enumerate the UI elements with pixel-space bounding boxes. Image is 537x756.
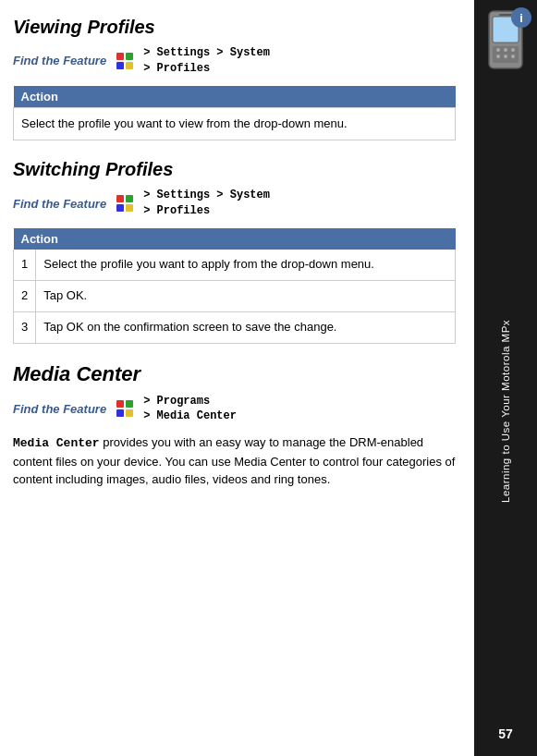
row-text-2: Tap OK. [36,280,456,311]
switching-find-feature-label: Find the Feature [13,197,106,211]
main-content: Viewing Profiles Find the Feature > Sett… [0,0,474,756]
viewing-find-feature-row: Find the Feature > Settings > System > P… [13,45,456,77]
win-quad-blue-3 [116,409,124,417]
win-quad-green [126,53,133,60]
win-quad-red-3 [116,400,124,408]
switching-header-row: Action [14,228,456,250]
switching-find-feature-row: Find the Feature > Settings > System > P… [13,188,456,219]
win-quad-green-3 [126,400,133,408]
win-quad-yellow-3 [126,409,133,417]
win-quad-red [116,53,124,60]
switching-action-header: Action [14,228,456,250]
win-quad-yellow-2 [126,204,133,212]
svg-point-9 [511,55,515,58]
svg-point-4 [496,48,500,52]
svg-point-7 [496,55,500,58]
row-num-1: 1 [14,250,36,280]
row-num-2: 2 [14,280,36,311]
switching-profiles-title: Switching Profiles [13,159,456,180]
svg-point-6 [511,48,515,52]
media-find-feature-row: Find the Feature > Programs > Media Cent… [13,394,456,425]
row-text-1: Select the profile you want to apply fro… [36,250,456,280]
viewing-profiles-title: Viewing Profiles [13,17,456,38]
windows-icon-media [114,397,136,420]
media-find-feature-label: Find the Feature [13,402,106,416]
win-quad-yellow [126,62,133,69]
viewing-action-header: Action [14,86,456,108]
media-center-section: Media Center Find the Feature > Programs… [13,362,456,489]
right-sidebar: i Learning to Use Your Motorola MPx 57 [474,0,537,756]
media-nav-path: > Programs > Media Center [143,394,237,425]
svg-point-8 [504,55,507,58]
page-number: 57 [498,726,513,741]
switching-profiles-section: Switching Profiles Find the Feature > Se… [13,159,456,343]
sidebar-vertical-text: Learning to Use Your Motorola MPx [500,95,511,726]
svg-point-5 [504,48,507,52]
win-quad-red-2 [116,195,124,202]
windows-icon-viewing [114,50,136,72]
switching-nav-path: > Settings > System > Profiles [143,188,270,219]
viewing-profiles-section: Viewing Profiles Find the Feature > Sett… [13,17,456,140]
switching-action-table: Action 1 Select the profile you want to … [13,228,456,344]
table-row: 1 Select the profile you want to apply f… [14,250,456,280]
windows-icon-switching [114,192,136,214]
win-quad-green-2 [126,195,133,202]
viewing-find-feature-label: Find the Feature [13,54,106,67]
media-description: Media Center provides you with an easy w… [13,433,456,489]
media-bold-term: Media Center [13,436,100,450]
win-quad-blue [116,62,124,69]
win-quad-blue-2 [116,204,124,212]
viewing-action-text: Select the profile you want to view from… [14,107,456,140]
row-num-3: 3 [14,311,36,343]
table-row: 3 Tap OK on the confirmation screen to s… [14,311,456,343]
viewing-nav-path: > Settings > System > Profiles [143,45,270,77]
viewing-action-table: Action Select the profile you want to vi… [13,86,456,141]
svg-rect-2 [499,14,512,16]
table-row: 2 Tap OK. [14,280,456,311]
media-center-title: Media Center [13,362,456,386]
info-badge: i [511,7,531,28]
row-text-3: Tap OK on the confirmation screen to sav… [36,311,456,343]
